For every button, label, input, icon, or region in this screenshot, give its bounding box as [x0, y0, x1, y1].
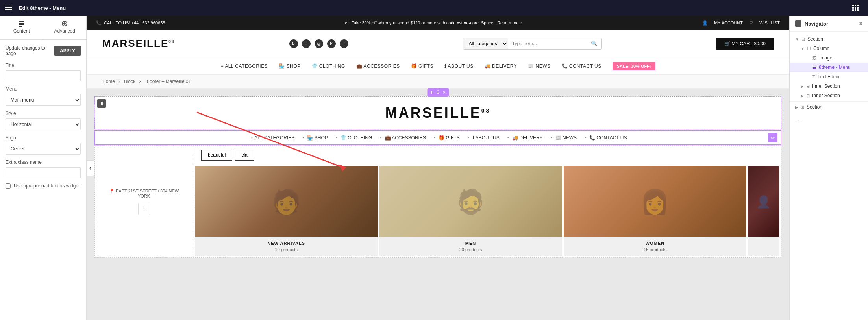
pinterest-icon[interactable]: P: [327, 39, 336, 48]
nav-item-text-editor[interactable]: T Text Editor: [790, 72, 868, 81]
address-text: 📍 EAST 21ST STREET / 304 NEW YORK: [103, 189, 185, 198]
nav-item-8theme-menu[interactable]: ☰ 8theme - Menu: [790, 63, 868, 72]
nav-gifts[interactable]: 🎁 GIFTS: [411, 63, 433, 69]
product-card-men[interactable]: 🧔 MEN 20 products: [379, 166, 562, 256]
menu-select[interactable]: Main menu: [6, 94, 81, 106]
product-info-new-arrivals: NEW ARRIVALS 10 products: [195, 237, 378, 256]
product-card-women[interactable]: 👩 WOMEN 15 products: [564, 166, 746, 256]
tab-content[interactable]: Content: [0, 16, 43, 39]
main-content: 📞 CALL TO US! +44 1632 960655 🏷 Take 30%…: [87, 16, 789, 320]
canvas-content-section: 📍 EAST 21ST STREET / 304 NEW YORK + beau…: [94, 145, 781, 258]
site-main-header: MARSEILLE03 B f ig P t All categories 🔍 …: [87, 30, 789, 57]
site-logo: MARSEILLE03: [102, 37, 174, 50]
nav-clothing[interactable]: 👕 CLOTHING: [312, 63, 345, 69]
nav-item-inner-section-2[interactable]: ▶ ⊞ Inner Section: [790, 91, 868, 100]
canvas-menu-about-us[interactable]: ℹ ABOUT US: [468, 135, 500, 141]
nav-more-dots: ...: [790, 112, 868, 125]
category-select[interactable]: All categories: [463, 38, 508, 49]
update-text: Update changes to page: [6, 45, 54, 56]
title-input[interactable]: [6, 70, 81, 81]
canvas-menu-accessories[interactable]: 💼 ACCESSORIES: [380, 135, 426, 141]
toolbar-move[interactable]: ⠿: [436, 90, 440, 95]
product-name-2: MEN: [382, 241, 559, 246]
canvas-menu-contact-us[interactable]: 📞 CONTACT US: [585, 135, 627, 141]
collapse-panel-button[interactable]: ‹: [87, 160, 94, 176]
canvas-menu-shop[interactable]: 🏪 SHOP: [302, 135, 328, 141]
instagram-icon[interactable]: ig: [315, 39, 323, 48]
ajax-row: Use ajax preload for this widget: [6, 183, 81, 189]
title-label: Title: [6, 63, 81, 68]
nav-item-image[interactable]: 🖼 Image: [790, 53, 868, 63]
site-nav: ≡ ALL CATEGORIES 🏪 SHOP 👕 CLOTHING 💼 ACC…: [87, 57, 789, 75]
breadcrumb-home[interactable]: Home: [102, 79, 115, 84]
nav-separator: [790, 101, 868, 102]
extra-class-input[interactable]: [6, 167, 81, 178]
nav-item-section-bottom[interactable]: ▶ ⊞ Section: [790, 102, 868, 112]
toolbar-close[interactable]: ×: [443, 90, 446, 95]
product-image-new-arrivals: 🧑: [195, 166, 378, 237]
behance-icon[interactable]: B: [289, 39, 298, 48]
style-label: Style: [6, 111, 81, 116]
site-top-bar: 📞 CALL TO US! +44 1632 960655 🏷 Take 30%…: [87, 16, 789, 30]
breadcrumb-current: Footer – Marseille03: [147, 79, 190, 84]
canvas-menu-all-categories[interactable]: ≡ ALL CATEGORIES: [249, 135, 295, 141]
tag-cla[interactable]: cla: [235, 150, 254, 161]
product-name-1: NEW ARRIVALS: [198, 241, 374, 246]
canvas-menu-news[interactable]: 📰 NEWS: [550, 135, 577, 141]
add-item-button[interactable]: +: [138, 203, 150, 215]
top-bar-promo: 🏷 Take 30% off when you spend $120 or mo…: [345, 20, 522, 25]
my-account-link[interactable]: MY ACCOUNT: [714, 20, 743, 25]
edit-pencil-button[interactable]: ✏: [768, 133, 777, 142]
apply-button[interactable]: APPLY: [54, 46, 81, 56]
navigator-tree: ▼ ⊞ Section ▼ ☐ Column 🖼 Image ☰ 8theme …: [790, 32, 868, 128]
grid-apps-icon[interactable]: [852, 5, 859, 11]
product-image-women: 👩: [564, 166, 746, 237]
product-card-new-arrivals[interactable]: 🧑 NEW ARRIVALS 10 products: [195, 166, 378, 256]
nav-item-column[interactable]: ▼ ☐ Column: [790, 44, 868, 53]
read-more-link[interactable]: Read more: [497, 20, 518, 25]
nav-news[interactable]: 📰 NEWS: [528, 63, 550, 69]
cart-button[interactable]: 🛒 MY CART $0.00: [716, 38, 774, 50]
navigator-close-button[interactable]: ×: [859, 20, 862, 27]
nav-delivery[interactable]: 🚚 DELIVERY: [485, 63, 517, 69]
sale-badge[interactable]: SALE! 30% OFF!: [613, 62, 655, 70]
breadcrumb-block[interactable]: Block: [124, 79, 135, 84]
search-button[interactable]: 🔍: [587, 38, 601, 49]
wishlist-link[interactable]: WISHLIST: [759, 20, 780, 25]
hamburger-menu[interactable]: [5, 6, 12, 10]
page-title: Edit 8theme - Menu: [19, 5, 66, 11]
top-bar-phone: 📞 CALL TO US! +44 1632 960655: [96, 20, 165, 26]
style-select[interactable]: Horizontal: [6, 118, 81, 130]
panel-tabs: Content Advanced: [0, 16, 86, 40]
ajax-label: Use ajax preload for this widget: [14, 183, 80, 189]
product-grid: 🧑 NEW ARRIVALS 10 products 🧔 MEN: [193, 165, 781, 257]
nav-accessories[interactable]: 💼 ACCESSORIES: [356, 63, 400, 69]
nav-item-section-root[interactable]: ▼ ⊞ Section: [790, 34, 868, 44]
twitter-icon[interactable]: t: [340, 39, 348, 48]
nav-about-us[interactable]: ℹ ABOUT US: [444, 63, 474, 69]
product-card-extra[interactable]: 👤: [748, 166, 779, 256]
social-icons: B f ig P t: [289, 39, 348, 48]
search-bar: All categories 🔍: [463, 38, 602, 50]
canvas-menu-clothing[interactable]: 👕 CLOTHING: [336, 135, 372, 141]
person-silhouette-1: 🧑: [195, 166, 378, 237]
facebook-icon[interactable]: f: [302, 39, 311, 48]
nav-all-categories[interactable]: ≡ ALL CATEGORIES: [220, 63, 268, 69]
tag-beautiful[interactable]: beautiful: [201, 150, 232, 161]
nav-item-inner-section-1[interactable]: ▶ ⊞ Inner Section: [790, 81, 868, 91]
align-select[interactable]: Center: [6, 143, 81, 155]
product-image-extra: 👤: [748, 166, 779, 237]
svg-rect-2: [19, 24, 24, 25]
tab-advanced[interactable]: Advanced: [43, 16, 87, 39]
canvas-menu-gifts[interactable]: 🎁 GIFTS: [434, 135, 460, 141]
nav-contact-us[interactable]: 📞 CONTACT US: [562, 63, 601, 69]
ajax-checkbox[interactable]: [6, 183, 11, 189]
navigator-title-row: Navigator: [795, 20, 828, 27]
search-input[interactable]: [508, 39, 587, 49]
person-silhouette-2: 🧔: [379, 166, 562, 237]
toolbar-add[interactable]: +: [430, 90, 433, 95]
nav-shop[interactable]: 🏪 SHOP: [279, 63, 300, 69]
section-handle[interactable]: ⠿: [97, 99, 106, 108]
panel-content: Update changes to page APPLY Title Menu …: [0, 40, 86, 320]
canvas-menu-delivery[interactable]: 🚚 DELIVERY: [507, 135, 543, 141]
